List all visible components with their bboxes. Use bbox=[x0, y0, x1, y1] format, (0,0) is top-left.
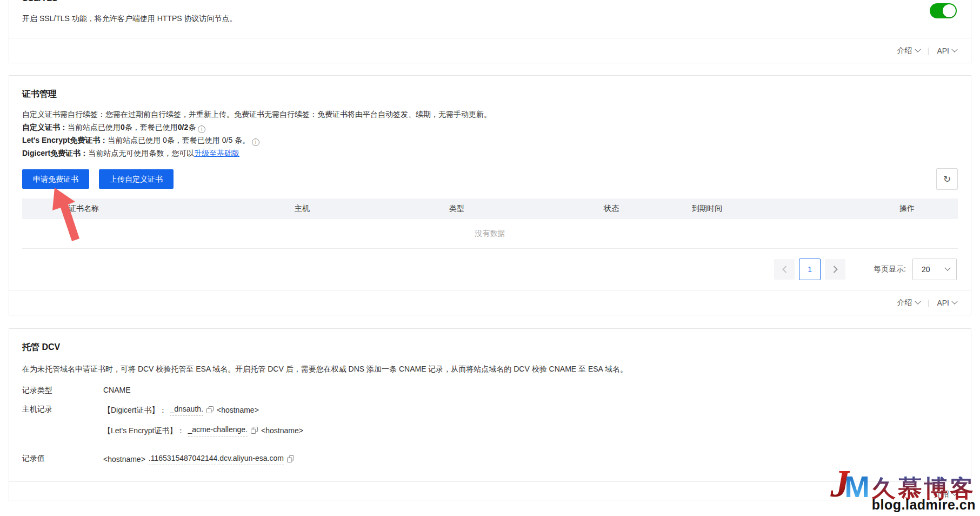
next-page-button[interactable] bbox=[825, 259, 845, 280]
apply-free-cert-button[interactable]: 申请免费证书 bbox=[22, 169, 89, 189]
chevron-down-icon bbox=[951, 46, 957, 52]
host-record-values: 【Digicert证书】： _dnsauth. <hostname> 【Let'… bbox=[103, 403, 958, 445]
footer-separator: | bbox=[928, 299, 930, 307]
intro-link[interactable]: 介绍 bbox=[897, 46, 920, 56]
col-type: 类型 bbox=[449, 204, 604, 214]
dcv-records: 记录类型 CNAME 主机记录 【Digicert证书】： _dnsauth. … bbox=[9, 375, 971, 473]
ssl-toggle-switch[interactable] bbox=[930, 3, 957, 18]
custom-cert-count: 0 bbox=[121, 123, 125, 131]
footer-separator: | bbox=[928, 47, 930, 55]
col-status: 状态 bbox=[604, 204, 692, 214]
watermark-logo: J M 久慕博客 blog.ladmire.cn bbox=[808, 467, 976, 513]
cert-card-title: 证书管理 bbox=[9, 76, 971, 100]
page-size-value: 20 bbox=[922, 265, 930, 274]
toggle-knob bbox=[943, 4, 956, 17]
copy-icon[interactable] bbox=[287, 455, 294, 462]
digicert-label: Digicert免费证书： bbox=[22, 149, 88, 157]
record-type-value: CNAME bbox=[103, 385, 958, 395]
info-icon[interactable]: i bbox=[252, 138, 259, 146]
custom-cert-quota: 0/2 bbox=[178, 123, 188, 131]
custom-cert-text: 当前站点已使用 bbox=[68, 123, 121, 131]
table-empty-state: 没有数据 bbox=[22, 219, 958, 248]
record-type-row: 记录类型 CNAME bbox=[22, 385, 958, 395]
copy-icon[interactable] bbox=[206, 406, 214, 413]
ssl-description: 开启 SSL/TLS 功能，将允许客户端使用 HTTPS 协议访问节点。 bbox=[9, 5, 971, 38]
record-value-domain: .1165315487042144.dcv.aliyun-esa.com bbox=[149, 453, 284, 465]
lets-encrypt-record-value: _acme-challenge. bbox=[188, 424, 248, 436]
chevron-down-icon bbox=[944, 265, 950, 271]
chevron-down-icon bbox=[951, 298, 957, 304]
cert-actions-row: 申请免费证书 上传自定义证书 ↻ bbox=[22, 169, 958, 190]
record-value-host: <hostname> bbox=[103, 454, 145, 465]
col-host: 主机 bbox=[295, 204, 449, 214]
col-expiry: 到期时间 bbox=[692, 204, 899, 214]
col-cert-name: 证书名称 bbox=[69, 204, 295, 214]
lets-encrypt-record-suffix: <hostname> bbox=[261, 425, 303, 436]
page: SSL/TLS 开启 SSL/TLS 功能，将允许客户端使用 HTTPS 协议访… bbox=[0, 0, 980, 516]
cert-card-footer: 介绍 | API bbox=[9, 290, 971, 315]
custom-cert-text3: 条 bbox=[188, 123, 196, 131]
cert-table-header: 证书名称 主机 类型 状态 到期时间 操作 bbox=[22, 199, 958, 219]
page-size-select[interactable]: 20 bbox=[912, 259, 957, 280]
custom-cert-usage-line: 自定义证书：当前站点已使用0条，套餐已使用0/2条i bbox=[9, 121, 971, 134]
custom-cert-label: 自定义证书： bbox=[22, 123, 68, 131]
dcv-card-title: 托管 DCV bbox=[9, 329, 971, 353]
cert-description: 自定义证书需自行续签：您需在过期前自行续签，并重新上传。免费证书无需自行续签：免… bbox=[9, 100, 971, 121]
api-link-label: API bbox=[937, 299, 949, 307]
watermark-top: J M 久慕博客 bbox=[808, 467, 976, 500]
chevron-down-icon bbox=[915, 298, 921, 304]
custom-cert-text2: 条，套餐已使用 bbox=[125, 123, 178, 131]
chevron-left-icon bbox=[782, 266, 787, 273]
ssl-tls-card: SSL/TLS 开启 SSL/TLS 功能，将允许客户端使用 HTTPS 协议访… bbox=[9, 0, 971, 63]
upload-custom-cert-button[interactable]: 上传自定义证书 bbox=[99, 169, 174, 189]
record-value-label: 记录值 bbox=[22, 453, 103, 464]
clipped-section-title: SSL/TLS bbox=[9, 0, 971, 5]
lets-encrypt-label: Let's Encrypt免费证书： bbox=[22, 136, 108, 144]
record-value: <hostname>.1165315487042144.dcv.aliyun-e… bbox=[103, 453, 958, 465]
dcv-description: 在为未托管域名申请证书时，可将 DCV 校验托管至 ESA 域名。开启托管 DC… bbox=[9, 353, 971, 375]
api-link-label: API bbox=[937, 47, 949, 55]
upgrade-link[interactable]: 升级至基础版 bbox=[194, 149, 239, 157]
refresh-icon: ↻ bbox=[943, 174, 951, 185]
intro-link-label: 介绍 bbox=[897, 298, 912, 308]
copy-icon[interactable] bbox=[251, 427, 258, 434]
digicert-record-value: _dnsauth. bbox=[170, 403, 203, 416]
intro-link[interactable]: 介绍 bbox=[897, 298, 920, 308]
refresh-button[interactable]: ↻ bbox=[936, 168, 958, 190]
digicert-text: 当前站点无可使用条数，您可以 bbox=[88, 149, 194, 157]
certificate-management-card: 证书管理 自定义证书需自行续签：您需在过期前自行续签，并重新上传。免费证书无需自… bbox=[9, 75, 971, 315]
host-record-label: 主机记录 bbox=[22, 403, 103, 414]
api-link[interactable]: API bbox=[937, 47, 957, 55]
host-record-row: 主机记录 【Digicert证书】： _dnsauth. <hostname> … bbox=[22, 403, 958, 445]
col-actions: 操作 bbox=[899, 204, 958, 214]
pagination: 1 每页显示: 20 bbox=[9, 249, 971, 290]
current-page-button[interactable]: 1 bbox=[799, 259, 821, 280]
digicert-usage-line: Digicert免费证书：当前站点无可使用条数，您可以升级至基础版 bbox=[9, 147, 971, 160]
digicert-record-prefix: 【Digicert证书】： bbox=[103, 405, 166, 415]
record-type-label: 记录类型 bbox=[22, 385, 103, 395]
lets-encrypt-text: 当前站点已使用 0条，套餐已使用 0/5 条。 bbox=[108, 136, 250, 144]
intro-link-label: 介绍 bbox=[897, 46, 912, 56]
per-page-label: 每页显示: bbox=[874, 264, 906, 274]
watermark-letter-m: M bbox=[844, 473, 870, 500]
ssl-card-title: SSL/TLS bbox=[22, 0, 58, 5]
ssl-card-footer: 介绍 | API bbox=[9, 38, 971, 63]
chevron-down-icon bbox=[915, 46, 921, 52]
lets-encrypt-record-prefix: 【Let's Encrypt证书】： bbox=[103, 425, 185, 436]
digicert-host-record: 【Digicert证书】： _dnsauth. <hostname> bbox=[103, 403, 958, 416]
prev-page-button[interactable] bbox=[774, 259, 795, 280]
api-link[interactable]: API bbox=[937, 299, 957, 307]
digicert-record-suffix: <hostname> bbox=[217, 405, 259, 415]
info-icon[interactable]: i bbox=[198, 125, 205, 133]
chevron-right-icon bbox=[833, 266, 838, 273]
lets-encrypt-usage-line: Let's Encrypt免费证书：当前站点已使用 0条，套餐已使用 0/5 条… bbox=[9, 134, 971, 147]
lets-encrypt-host-record: 【Let's Encrypt证书】： _acme-challenge. <hos… bbox=[103, 424, 958, 436]
